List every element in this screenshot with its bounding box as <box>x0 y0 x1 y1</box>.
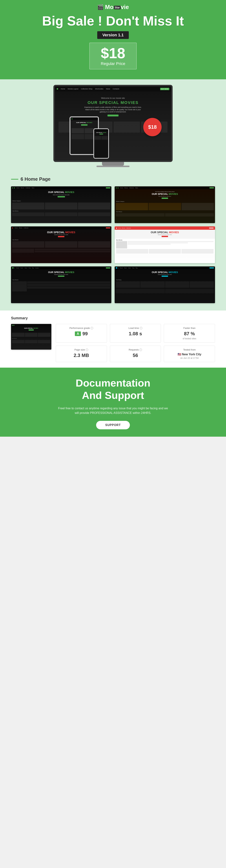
price-box: $18 Regular Price <box>89 42 136 69</box>
preview-screen-1: Home Movies Collection News OUR SPECIAL … <box>11 186 111 223</box>
summary-mini-cards <box>11 332 51 337</box>
section-title: 6 Home Page <box>21 176 51 182</box>
mockup-container: Home Movies Layout Collection Shop Short… <box>53 85 173 167</box>
faster-than-value: 87 % <box>167 331 212 337</box>
tested-from-date: on Jun 22 at 17:54 <box>167 357 212 359</box>
phone-screen: OUR SPECIAL MOVIES <box>94 129 108 158</box>
page-preview-1[interactable]: Home Movies Collection News OUR SPECIAL … <box>11 186 111 223</box>
page-preview-3[interactable]: Home Movies Collection OUR SPECIAL MOVIE… <box>11 226 111 263</box>
preview-screen-4: Home Movies Collection OUR SPECIAL MOVIE… <box>115 226 215 263</box>
page-preview-6[interactable]: New Movie1 Book1 Video1 Shop Blog OUR SP… <box>115 267 215 303</box>
monitor-stand <box>102 162 124 166</box>
page-size-info-icon[interactable]: i <box>86 348 88 351</box>
page-preview-5[interactable]: Movie1 Book1 Video1 Shop Blog Contacts O… <box>11 267 111 303</box>
price-badge-circle: $18 <box>143 118 162 136</box>
summary-inner: OUR SPECIAL MOVIES New Movies Performanc… <box>11 324 215 362</box>
summary-mini-card-3 <box>38 333 51 337</box>
logo-badge: Star <box>114 6 121 9</box>
tested-from-location: New York City <box>182 353 201 356</box>
summary-mini-card-2 <box>25 333 38 337</box>
logo-film-icon: 🎬 <box>97 4 104 10</box>
support-button[interactable]: SUPPORT <box>96 421 130 429</box>
page-preview-4[interactable]: Home Movies Collection OUR SPECIAL MOVIE… <box>115 226 215 263</box>
metric-faster-than-label: Faster than <box>167 327 212 330</box>
preview-screen-5: Movie1 Book1 Video1 Shop Blog Contacts O… <box>11 267 111 303</box>
summary-preview-screen: OUR SPECIAL MOVIES New Movies <box>11 324 51 350</box>
section-line <box>11 179 18 180</box>
metric-load-time: Load time i 1.08 s <box>110 324 161 343</box>
price-label: Regular Price <box>101 61 125 66</box>
preview-screen-6: Movie1 Book1 Video1 Shop Blog OUR SPECIA… <box>115 267 215 303</box>
phone-overlay: OUR SPECIAL MOVIES <box>93 128 109 159</box>
pages-grid: Home Movies Collection News OUR SPECIAL … <box>11 186 215 303</box>
metric-requests-label: Requests i <box>113 348 158 351</box>
metric-load-time-label: Load time i <box>113 327 158 330</box>
performance-info-icon[interactable]: i <box>91 327 93 330</box>
metric-page-size-label: Page size i <box>59 348 104 351</box>
metric-page-size: Page size i 2.3 MB <box>56 346 107 362</box>
summary-section: Summary OUR SPECIAL MOVIES New Movies <box>0 311 226 368</box>
price-amount: $18 <box>101 46 125 61</box>
section-label: 6 Home Page <box>11 176 215 182</box>
preview-screen-2: Home Movies Collection News You'll Never… <box>115 186 215 223</box>
tested-from-flag: 🇺🇸 <box>177 352 181 356</box>
page-size-value: 2.3 MB <box>59 352 104 358</box>
metric-performance: Performance grade i A 99 <box>56 324 107 343</box>
nav-dot <box>57 88 58 90</box>
summary-metrics: Performance grade i A 99 Load time i 1.0… <box>56 324 215 362</box>
summary-mini-text: OUR SPECIAL MOVIES <box>12 328 50 329</box>
load-time-value: 1.08 s <box>113 331 158 337</box>
metric-tested-from: Tested from 🇺🇸 New York City on Jun 22 a… <box>164 346 215 362</box>
summary-mini-cta <box>29 330 34 331</box>
summary-mini-nav <box>11 324 51 327</box>
preview-screen-3: Home Movies Collection OUR SPECIAL MOVIE… <box>11 226 111 263</box>
version-badge: Version 1.1 <box>97 31 129 39</box>
logo-area: 🎬 MoStarvie <box>4 4 222 10</box>
preview-nav-3: Home Movies Collection <box>11 226 111 229</box>
preview-nav-1: Home Movies Collection News <box>11 186 111 189</box>
preview-nav-2: Home Movies Collection News <box>115 186 215 189</box>
summary-mini-hero: OUR SPECIAL MOVIES <box>11 327 51 332</box>
requests-value: 56 <box>113 352 158 358</box>
metric-faster-than: Faster than 87 % of tested sites <box>164 324 215 343</box>
summary-title: Summary <box>11 316 215 320</box>
monitor-base <box>96 166 130 167</box>
logo-text: MoStarvie <box>105 4 129 10</box>
summary-mini-dot-2 <box>13 325 14 326</box>
metric-performance-label: Performance grade i <box>59 327 104 330</box>
mockup-section: Home Movies Layout Collection Shop Short… <box>0 79 226 173</box>
mockup-nav: Home Movies Layout Collection Shop Short… <box>55 86 171 91</box>
page-preview-2[interactable]: Home Movies Collection News You'll Never… <box>115 186 215 223</box>
hero-text: OUR SPECIAL MOVIES <box>59 100 167 105</box>
sale-title: Big Sale ! Don't Miss It <box>4 14 222 28</box>
requests-info-icon[interactable]: i <box>139 348 142 351</box>
load-time-info-icon[interactable]: i <box>140 327 142 330</box>
support-title: DocumentationAnd Support <box>7 377 219 401</box>
support-section: DocumentationAnd Support Freel free to c… <box>0 368 226 437</box>
header-section: 🎬 MoStarvie Big Sale ! Don't Miss It Ver… <box>0 0 226 79</box>
grade-number: 99 <box>83 331 88 337</box>
grade-letter: A <box>77 332 79 336</box>
metric-tested-from-label: Tested from <box>167 348 212 351</box>
grade-badge: A <box>75 332 81 336</box>
faster-than-sub: of tested sites <box>167 337 212 340</box>
support-description: Freel free to contact us anytime regardi… <box>56 406 170 415</box>
summary-mini-dot <box>12 325 13 326</box>
metric-requests: Requests i 56 <box>110 346 161 362</box>
summary-mini-card-1 <box>12 333 25 337</box>
home-pages-section: 6 Home Page Home Movies Collection News … <box>0 173 226 311</box>
